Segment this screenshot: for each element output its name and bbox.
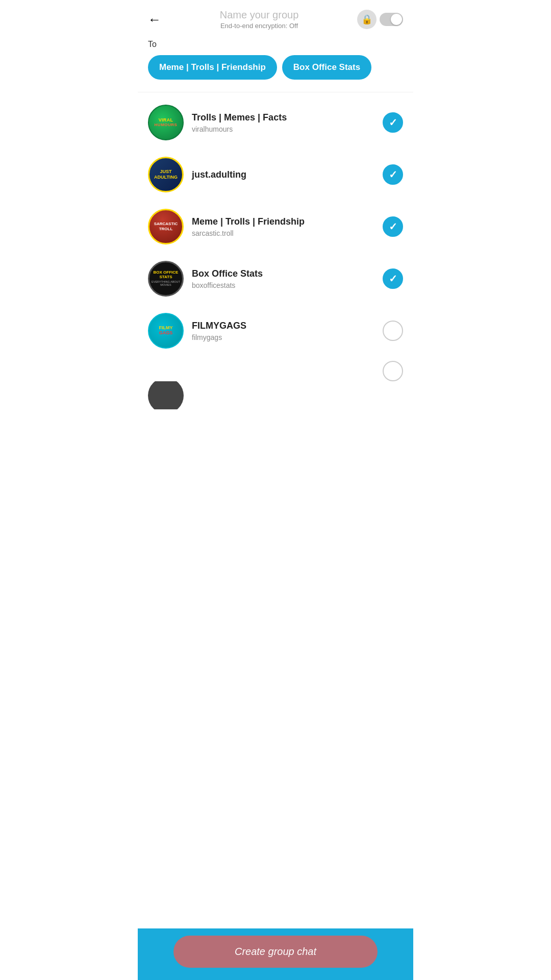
select-viral[interactable] (383, 112, 403, 133)
contact-name-sarcastic: Meme | Trolls | Friendship (192, 216, 374, 227)
contact-item-partial[interactable] (138, 357, 413, 381)
lock-icon: 🔒 (357, 10, 377, 29)
to-label: To (148, 40, 403, 49)
group-name-input[interactable]: Name your group (167, 9, 351, 21)
divider (138, 92, 413, 92)
contact-item-viral[interactable]: VIRAL HUMOURS Trolls | Memes | Facts vir… (138, 96, 413, 149)
contact-item-filmy[interactable]: FILMY GAGS FILMYGAGS filmygags (138, 305, 413, 357)
header: ← Name your group End-to-end encryption:… (138, 0, 413, 36)
select-partial[interactable] (383, 361, 403, 381)
select-adulting[interactable] (383, 164, 403, 185)
contact-list: VIRAL HUMOURS Trolls | Memes | Facts vir… (138, 96, 413, 471)
header-center: Name your group End-to-end encryption: O… (167, 9, 351, 30)
contact-handle-sarcastic: sarcastic.troll (192, 229, 374, 237)
select-sarcastic[interactable] (383, 216, 403, 237)
contact-name-boxoffice: Box Office Stats (192, 268, 374, 279)
avatar-boxoffice: BOX OFFICESTATS EVERYTHING ABOUT MOVIES (148, 261, 184, 297)
avatar-sarcastic: SARCASTICTROLL (148, 209, 184, 244)
contact-info-filmy: FILMYGAGS filmygags (192, 321, 374, 341)
avatar-adulting: JUSTADULTING (148, 157, 184, 192)
chips-row: Meme | Trolls | Friendship Box Office St… (148, 55, 403, 80)
contact-handle-boxoffice: boxofficestats (192, 281, 374, 289)
contact-item-boxoffice[interactable]: BOX OFFICESTATS EVERYTHING ABOUT MOVIES … (138, 253, 413, 305)
chip-meme[interactable]: Meme | Trolls | Friendship (148, 55, 277, 80)
contact-info-adulting: just.adulting (192, 169, 374, 180)
contact-info-viral: Trolls | Memes | Facts viralhumours (192, 112, 374, 133)
back-button[interactable]: ← (148, 13, 161, 26)
to-section: To Meme | Trolls | Friendship Box Office… (138, 36, 413, 88)
select-filmy[interactable] (383, 321, 403, 341)
partial-visible-item (138, 381, 413, 409)
contact-item-sarcastic[interactable]: SARCASTICTROLL Meme | Trolls | Friendshi… (138, 201, 413, 253)
chip-boxoffice[interactable]: Box Office Stats (282, 55, 371, 80)
contact-info-boxoffice: Box Office Stats boxofficestats (192, 268, 374, 289)
avatar-generic-partial (148, 381, 184, 409)
select-boxoffice[interactable] (383, 268, 403, 289)
contact-handle-filmy: filmygags (192, 333, 374, 341)
contact-name-adulting: just.adulting (192, 169, 374, 180)
contact-name-filmy: FILMYGAGS (192, 321, 374, 331)
encryption-toggle-group[interactable]: 🔒 (357, 10, 403, 29)
contact-info-sarcastic: Meme | Trolls | Friendship sarcastic.tro… (192, 216, 374, 237)
toggle-thumb (391, 14, 402, 25)
avatar-viral: VIRAL HUMOURS (148, 105, 184, 140)
avatar-filmy: FILMY GAGS (148, 313, 184, 349)
encryption-toggle[interactable] (380, 13, 403, 26)
encryption-subtitle: End-to-end encryption: Off (167, 22, 351, 30)
contact-item-adulting[interactable]: JUSTADULTING just.adulting (138, 149, 413, 201)
contact-handle-viral: viralhumours (192, 125, 374, 133)
contact-name-viral: Trolls | Memes | Facts (192, 112, 374, 123)
